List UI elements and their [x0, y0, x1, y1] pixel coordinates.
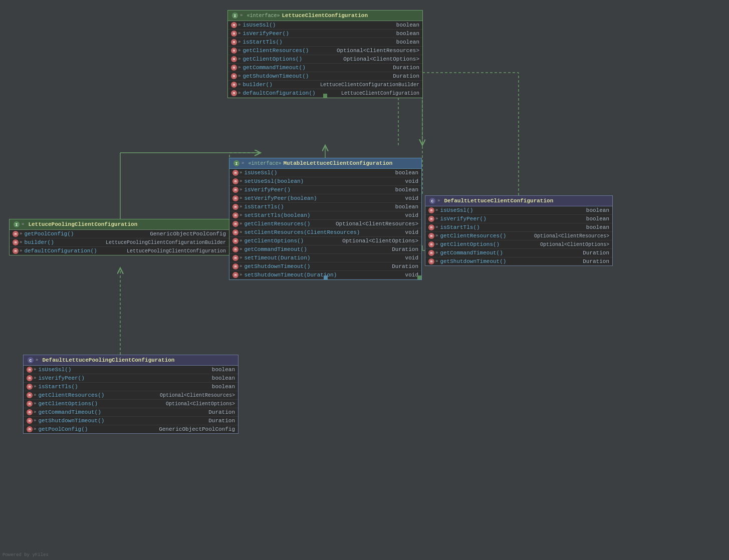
interface-icon: I	[233, 160, 239, 166]
method-row: m » isUseSsl() boolean	[24, 366, 238, 374]
method-row: m » builder() LettuceClientConfiguration…	[228, 81, 422, 89]
public-icon: m	[428, 258, 434, 264]
method-row: m » builder() LettucePoolingClientConfig…	[10, 238, 229, 247]
public-icon: m	[232, 221, 238, 227]
public-icon: m	[27, 409, 33, 415]
lettuce-client-config-header: I » «interface» LettuceClientConfigurati…	[228, 11, 422, 21]
interface-icon: I	[232, 13, 238, 19]
public-icon: m	[428, 250, 434, 256]
public-icon: m	[232, 272, 238, 278]
diagram-canvas: I » «interface» LettuceClientConfigurati…	[0, 0, 729, 560]
public-icon: m	[27, 384, 33, 390]
public-icon: m	[27, 367, 33, 373]
method-row: m » getShutdownTimeout() Duration	[24, 417, 238, 425]
method-row: m » setVerifyPeer(boolean) void	[229, 194, 421, 203]
method-row: m » setTimeout(Duration) void	[229, 254, 421, 262]
method-row: m » getPoolConfig() GenericObjectPoolCon…	[24, 425, 238, 433]
method-row: m » getClientResources() Optional<Client…	[228, 47, 422, 55]
public-icon: m	[231, 73, 237, 79]
method-row: m » getClientOptions() Optional<ClientOp…	[24, 400, 238, 408]
method-row: m » getCommandTimeout() Duration	[228, 64, 422, 72]
public-icon: m	[428, 216, 434, 222]
method-row: m » getClientOptions() Optional<ClientOp…	[228, 55, 422, 64]
public-icon: m	[231, 39, 237, 45]
method-row: m » getClientOptions() Optional<ClientOp…	[425, 240, 612, 249]
lettuce-pooling-header: I » LettucePoolingClientConfiguration	[10, 219, 229, 230]
public-icon: m	[232, 195, 238, 201]
default-lettuce-client-config-box: C » DefaultLettuceClientConfiguration m …	[425, 195, 613, 266]
default-lettuce-header: C » DefaultLettuceClientConfiguration	[425, 196, 612, 206]
lettuce-client-config-box: I » «interface» LettuceClientConfigurati…	[227, 10, 423, 98]
method-row: m » getClientResources() Optional<Client…	[229, 220, 421, 228]
public-icon: m	[13, 248, 19, 254]
method-row: m » isVerifyPeer() boolean	[228, 30, 422, 38]
public-icon: m	[231, 48, 237, 54]
method-row: m » isUseSsl() boolean	[425, 206, 612, 215]
lettuce-pooling-client-config-box: I » LettucePoolingClientConfiguration m …	[9, 219, 229, 255]
method-row: m » getClientResources() Optional<Client…	[425, 232, 612, 240]
mutable-lettuce-client-config-header: I » «interface» MutableLettuceClientConf…	[229, 158, 421, 169]
public-icon: m	[231, 82, 237, 88]
public-icon: m	[231, 65, 237, 71]
public-icon: m	[232, 170, 238, 176]
public-icon: m	[232, 212, 238, 218]
method-row: m » isStartTls() boolean	[228, 38, 422, 47]
public-icon: m	[231, 90, 237, 96]
public-icon: m	[428, 224, 434, 230]
public-icon: m	[428, 207, 434, 213]
resize-bottom	[323, 94, 327, 98]
public-icon: m	[232, 204, 238, 210]
method-row: m » getCommandTimeout() Duration	[229, 245, 421, 254]
public-icon: m	[232, 246, 238, 252]
public-icon: m	[27, 426, 33, 432]
public-icon: m	[232, 255, 238, 261]
method-row: m » isUseSsl() boolean	[228, 21, 422, 30]
method-row: m » setStartTls(boolean) void	[229, 211, 421, 220]
method-row: m » setClientResources(ClientResources) …	[229, 228, 421, 237]
public-icon: m	[27, 401, 33, 407]
public-icon: m	[231, 56, 237, 62]
default-pooling-header: C » DefaultLettucePoolingClientConfigura…	[24, 355, 238, 366]
method-row: m » getShutdownTimeout() Duration	[229, 262, 421, 271]
method-row: m » getClientResources() Optional<Client…	[24, 391, 238, 400]
public-icon: m	[231, 22, 237, 28]
public-icon: m	[232, 238, 238, 244]
method-row: m » isStartTls() boolean	[229, 203, 421, 211]
class-icon: C	[28, 357, 34, 363]
resize-handle	[417, 275, 421, 279]
method-row: m » getClientOptions() Optional<ClientOp…	[229, 237, 421, 245]
watermark: Powered by yFiles	[3, 552, 49, 557]
method-row: m » isUseSsl() boolean	[229, 169, 421, 177]
public-icon: m	[13, 239, 19, 245]
public-icon: m	[27, 418, 33, 424]
public-icon: m	[428, 241, 434, 247]
public-icon: m	[231, 31, 237, 37]
resize-bottom	[324, 275, 328, 279]
public-icon: m	[27, 375, 33, 381]
interface-icon: I	[14, 221, 20, 227]
method-row: m » isVerifyPeer() boolean	[24, 374, 238, 383]
method-row: m » getCommandTimeout() Duration	[425, 249, 612, 257]
class-icon: C	[429, 198, 435, 204]
method-row: m » getPoolConfig() GenericObjectPoolCon…	[10, 230, 229, 238]
method-row: m » isVerifyPeer() boolean	[229, 186, 421, 194]
method-row: m » getShutdownTimeout() Duration	[425, 257, 612, 265]
public-icon: m	[232, 178, 238, 184]
default-lettuce-pooling-config-box: C » DefaultLettucePoolingClientConfigura…	[23, 355, 238, 434]
public-icon: m	[232, 187, 238, 193]
method-row: m » defaultConfiguration() LettucePoolin…	[10, 247, 229, 255]
public-icon: m	[428, 233, 434, 239]
public-icon: m	[232, 263, 238, 269]
method-row: m » isStartTls() boolean	[425, 223, 612, 232]
public-icon: m	[13, 231, 19, 237]
method-row: m » getShutdownTimeout() Duration	[228, 72, 422, 81]
method-row: m » getCommandTimeout() Duration	[24, 408, 238, 417]
mutable-lettuce-client-config-box: I » «interface» MutableLettuceClientConf…	[229, 158, 422, 280]
method-row: m » isStartTls() boolean	[24, 383, 238, 391]
public-icon: m	[232, 229, 238, 235]
method-row: m » isVerifyPeer() boolean	[425, 215, 612, 223]
public-icon: m	[27, 392, 33, 398]
method-row: m » setUseSsl(boolean) void	[229, 177, 421, 186]
